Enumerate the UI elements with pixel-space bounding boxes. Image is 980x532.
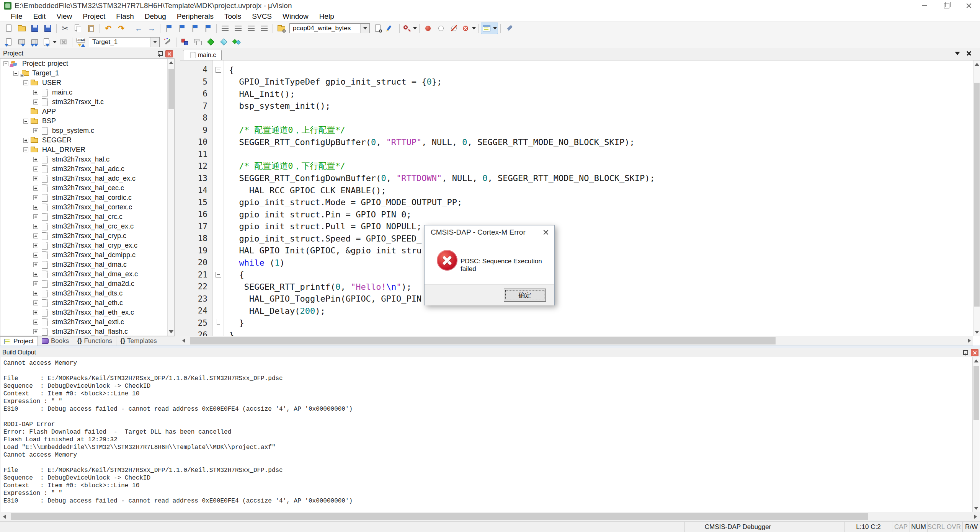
file-search-combo[interactable]: pcap04_write_bytes	[289, 23, 370, 33]
uncomment-lines-button[interactable]	[258, 23, 270, 34]
tree-item-stm32h7rsxx-hal-adc-c[interactable]: stm32h7rsxx_hal_adc.c	[0, 164, 174, 174]
save-all-button[interactable]	[42, 23, 54, 34]
menu-window[interactable]: Window	[277, 12, 314, 21]
expand-icon[interactable]	[33, 281, 38, 286]
tree-item-stm32h7rsxx-hal-dma-c[interactable]: stm32h7rsxx_hal_dma.c	[0, 260, 174, 269]
tree-item-main-c[interactable]: main.c	[0, 88, 174, 97]
tree-item-hal-driver[interactable]: HAL_DRIVER	[0, 145, 174, 155]
build-hscrollbar[interactable]	[0, 512, 980, 521]
menu-debug[interactable]: Debug	[139, 12, 172, 21]
multi-project-funnel-button[interactable]	[218, 36, 230, 48]
incremental-find-button[interactable]	[385, 23, 397, 34]
project-items-diamonds-button[interactable]	[231, 36, 243, 48]
code-editor[interactable]: 4{5 GPIO_InitTypeDef gpio_init_struct = …	[180, 60, 973, 336]
tree-item-stm32h7rsxx-hal-dma2d-c[interactable]: stm32h7rsxx_hal_dma2d.c	[0, 279, 174, 289]
expand-icon[interactable]	[33, 214, 38, 219]
horizontal-splitter[interactable]	[0, 346, 980, 348]
vertical-splitter[interactable]	[175, 49, 180, 346]
target-options-wand-button[interactable]	[162, 36, 174, 48]
indent-left-button[interactable]	[232, 23, 244, 34]
build-vscrollbar[interactable]	[972, 357, 980, 512]
expand-icon[interactable]	[33, 243, 38, 248]
bookmark-prev-button[interactable]	[176, 23, 188, 34]
bookmark-toggle-button[interactable]	[163, 23, 175, 34]
find-in-files-doc-button[interactable]	[372, 23, 384, 34]
tree-item-stm32h7rsxx-hal-cryp-ex-c[interactable]: stm32h7rsxx_hal_cryp_ex.c	[0, 241, 174, 250]
scroll-thumb[interactable]	[168, 69, 174, 109]
tree-item-stm32h7rsxx-hal-dma-ex-c[interactable]: stm32h7rsxx_hal_dma_ex.c	[0, 269, 174, 279]
panel-tab-project[interactable]: Project	[0, 336, 38, 346]
expand-icon[interactable]	[33, 320, 38, 325]
breakpoint-kill-all-button[interactable]	[461, 23, 476, 34]
file-search-combo-dropdown-icon[interactable]	[360, 24, 369, 33]
dialog-close-icon[interactable]	[543, 229, 549, 235]
close-button[interactable]	[958, 0, 980, 11]
expand-icon[interactable]	[33, 253, 38, 258]
expand-icon[interactable]	[33, 300, 38, 305]
tree-item-stm32h7rsxx-hal-cryp-c[interactable]: stm32h7rsxx_hal_cryp.c	[0, 231, 174, 241]
scroll-thumb[interactable]	[190, 337, 776, 344]
expand-icon[interactable]	[33, 186, 38, 191]
tree-item-bsp[interactable]: BSP	[0, 116, 174, 126]
scroll-thumb[interactable]	[974, 83, 980, 307]
open-folder-button[interactable]	[16, 23, 28, 34]
find-in-files-button[interactable]	[275, 23, 287, 34]
manage-windows-button[interactable]	[192, 36, 204, 48]
paste-button[interactable]	[85, 23, 97, 34]
scroll-thumb[interactable]	[11, 513, 868, 520]
menu-svcs[interactable]: SVCS	[247, 12, 277, 21]
scroll-down-icon[interactable]	[974, 507, 978, 510]
editor-vscrollbar[interactable]	[973, 60, 980, 336]
expand-icon[interactable]	[33, 100, 38, 104]
collapse-icon[interactable]	[23, 119, 28, 124]
panel-close-icon[interactable]	[165, 50, 173, 57]
expand-icon[interactable]	[33, 90, 38, 95]
menu-file[interactable]: File	[5, 12, 28, 21]
scroll-left-icon[interactable]	[182, 338, 185, 343]
collapse-icon[interactable]	[23, 80, 28, 85]
menu-tools[interactable]: Tools	[219, 12, 247, 21]
collapse-icon[interactable]	[23, 147, 28, 152]
expand-icon[interactable]	[23, 138, 28, 143]
tree-item-app[interactable]: APP	[0, 107, 174, 116]
menu-help[interactable]: Help	[314, 12, 340, 21]
scroll-right-icon[interactable]	[974, 514, 977, 519]
batch-build-button[interactable]	[42, 36, 57, 48]
tab-list-dropdown-icon[interactable]	[955, 52, 960, 55]
menu-view[interactable]: View	[51, 12, 77, 21]
expand-icon[interactable]	[33, 157, 38, 162]
comment-lines-button[interactable]	[245, 23, 257, 34]
breakpoint-disable-all-button[interactable]	[448, 23, 460, 34]
tree-item-stm32h7rsxx-hal-cordic-c[interactable]: stm32h7rsxx_hal_cordic.c	[0, 193, 174, 202]
expand-icon[interactable]	[33, 195, 38, 200]
tab-main-c[interactable]: main.c	[183, 50, 222, 60]
panel-tab-books[interactable]: Books	[38, 336, 73, 346]
fold-collapse-icon[interactable]	[216, 272, 221, 277]
panel-tab-templates[interactable]: {}Templates	[116, 336, 161, 346]
restore-button[interactable]	[936, 0, 958, 11]
download-flash-button[interactable]: LOAD	[75, 36, 87, 48]
expand-icon[interactable]	[33, 329, 38, 334]
fold-collapse-icon[interactable]	[216, 67, 221, 73]
tree-item-stm32h7rsxx-hal-cortex-c[interactable]: stm32h7rsxx_hal_cortex.c	[0, 202, 174, 212]
nav-forward-button[interactable]: →	[145, 23, 158, 34]
expand-icon[interactable]	[33, 310, 38, 315]
cut-button[interactable]: ✂	[59, 23, 71, 34]
tree-item-stm32h7rsxx-hal-eth-ex-c[interactable]: stm32h7rsxx_hal_eth_ex.c	[0, 308, 174, 317]
manage-rte-button[interactable]	[179, 36, 191, 48]
menu-peripherals[interactable]: Peripherals	[172, 12, 219, 21]
expand-icon[interactable]	[33, 205, 38, 210]
rebuild-all-button[interactable]	[29, 36, 41, 48]
tree-item-stm32h7rsxx-hal-eth-c[interactable]: stm32h7rsxx_hal_eth.c	[0, 298, 174, 308]
scroll-down-icon[interactable]	[975, 331, 979, 334]
breakpoint-kill-all-dropdown-icon[interactable]	[472, 27, 476, 29]
scroll-right-icon[interactable]	[968, 338, 971, 343]
new-file-button[interactable]	[3, 23, 15, 34]
editor-hscrollbar[interactable]	[180, 336, 973, 346]
translate-file-button[interactable]	[3, 36, 15, 48]
expand-icon[interactable]	[33, 224, 38, 229]
project-tree-scrollbar[interactable]	[167, 59, 174, 336]
scroll-up-icon[interactable]	[169, 61, 173, 64]
tree-item-stm32h7rsxx-hal-dcmipp-c[interactable]: stm32h7rsxx_hal_dcmipp.c	[0, 250, 174, 260]
expand-icon[interactable]	[33, 176, 38, 181]
